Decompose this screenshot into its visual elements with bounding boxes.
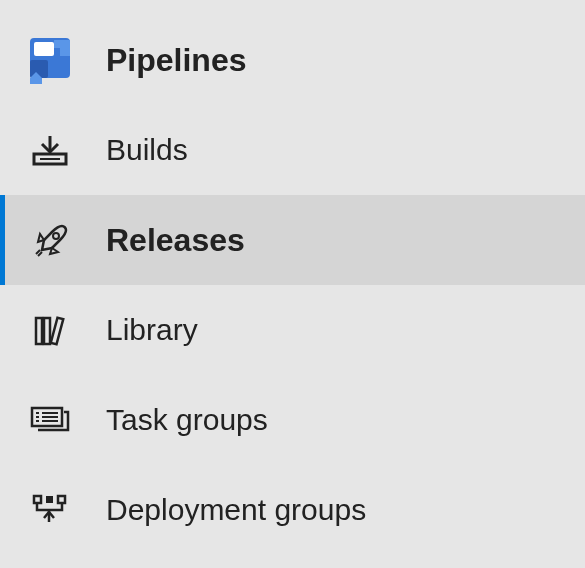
sidebar-item-releases[interactable]: Releases	[0, 195, 585, 285]
svg-rect-2	[34, 42, 54, 56]
svg-rect-16	[42, 420, 58, 422]
svg-rect-3	[30, 78, 42, 84]
deployment-groups-icon	[24, 484, 76, 536]
builds-icon	[24, 124, 76, 176]
sidebar-item-builds[interactable]: Builds	[0, 105, 585, 195]
svg-rect-12	[42, 412, 58, 414]
sidebar-item-task-groups[interactable]: Task groups	[0, 375, 585, 465]
svg-rect-9	[51, 318, 64, 345]
sidebar-item-label: Task groups	[106, 403, 268, 437]
svg-rect-15	[36, 420, 39, 422]
sidebar-item-label: Releases	[106, 222, 245, 259]
sidebar-item-library[interactable]: Library	[0, 285, 585, 375]
releases-icon	[24, 214, 76, 266]
sidebar-item-label: Deployment groups	[106, 493, 366, 527]
svg-rect-7	[36, 318, 42, 344]
svg-rect-18	[46, 496, 53, 503]
svg-rect-11	[36, 412, 39, 414]
svg-rect-14	[42, 416, 58, 418]
sidebar-nav: Pipelines Builds Releases	[0, 0, 585, 555]
sidebar-item-label: Pipelines	[106, 42, 247, 79]
sidebar-item-deployment-groups[interactable]: Deployment groups	[0, 465, 585, 555]
task-groups-icon	[24, 394, 76, 446]
svg-rect-5	[40, 158, 60, 160]
svg-point-6	[53, 233, 59, 239]
sidebar-item-pipelines[interactable]: Pipelines	[0, 15, 585, 105]
sidebar-item-label: Builds	[106, 133, 188, 167]
sidebar-item-label: Library	[106, 313, 198, 347]
svg-rect-17	[34, 496, 41, 503]
pipelines-icon	[24, 34, 76, 86]
svg-rect-19	[58, 496, 65, 503]
library-icon	[24, 304, 76, 356]
svg-rect-8	[44, 318, 50, 344]
svg-rect-13	[36, 416, 39, 418]
